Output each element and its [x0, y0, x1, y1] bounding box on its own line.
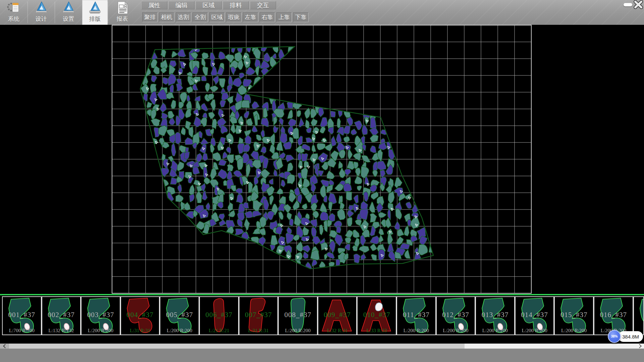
chevron-right-icon: [637, 344, 642, 348]
gear-pad-icon: [7, 1, 21, 15]
piece-lr-values: L:33 R:33: [358, 328, 396, 334]
set-square-icon: [61, 1, 75, 15]
menu-button-nesting[interactable]: 排料: [223, 1, 249, 9]
app-button-label: 系统: [8, 16, 19, 22]
thumbnail-cell-010_#37[interactable]: 010_#37L:33 R:33: [357, 296, 396, 335]
minimize-button[interactable]: [624, 3, 632, 6]
piece-lr-values: L:21 R:21: [200, 328, 238, 334]
tool-button-align-left[interactable]: 左靠: [243, 12, 258, 22]
thumbnail-cell-011_#37[interactable]: 011_#37L:200 R:200: [396, 296, 436, 335]
thumbnail-cell-001_#37[interactable]: 001_#37L:700 R:700: [2, 296, 42, 335]
memory-percent-badge: 38%: [608, 330, 621, 343]
thumbnail-cell-006_#37[interactable]: 006_#37L:21 R:21: [199, 296, 239, 335]
piece-label: 005_#37: [160, 311, 199, 319]
chevron-left-icon: [3, 344, 7, 348]
piece-label: 008_#37: [279, 311, 317, 319]
app-button-label: 排版: [89, 16, 101, 22]
thumbnail-cell-009_#37[interactable]: 009_#37L:32 R:31: [318, 296, 357, 335]
report-icon: [115, 1, 129, 15]
set-square-icon: [88, 1, 102, 15]
tool-button-align-bottom[interactable]: 下靠: [293, 12, 309, 22]
thumbnail-cell-003_#37[interactable]: 003_#37L:200 R:200: [81, 296, 120, 335]
piece-lr-values: L:200 R:200: [160, 328, 199, 334]
piece-label: 001_#37: [3, 311, 41, 319]
toolbar: 系统设计设置排版报表 属性编辑区域排料交互 聚排相机选割全割区域瑕疵左靠右靠上靠…: [0, 0, 644, 25]
tool-button-align-right[interactable]: 右靠: [260, 12, 275, 22]
nesting-canvas[interactable]: [0, 25, 644, 294]
thumbnail-cell-012_#37[interactable]: 012_#37L:200 R:200: [436, 296, 476, 335]
piece-label: 003_#37: [82, 311, 120, 319]
piece-label: 006_#37: [200, 311, 238, 319]
set-square-icon: [34, 1, 48, 15]
app-button-settings[interactable]: 设置: [55, 0, 82, 25]
app-button-label: 设计: [36, 16, 47, 22]
piece-label: 009_#37: [318, 311, 357, 319]
memory-usage-pill: 384.8M: [618, 331, 643, 342]
piece-label: 004_#37: [121, 311, 159, 319]
thumbnail-cell-015_#37[interactable]: 015_#37L:200 R:200: [554, 296, 594, 335]
thumbnail-cell-005_#37[interactable]: 005_#37L:200 R:200: [160, 296, 199, 335]
tool-button-select-cut[interactable]: 选割: [176, 12, 191, 22]
piece-lr-values: L:200 R:200: [555, 328, 593, 334]
piece-lr-values: L:132 R:132: [42, 328, 80, 334]
scroll-right-button[interactable]: [637, 344, 643, 349]
close-button[interactable]: [633, 0, 644, 9]
tool-button-cluster-nest[interactable]: 聚排: [142, 12, 158, 22]
tool-button-cut-all[interactable]: 全割: [193, 12, 208, 22]
thumbnail-cell-partial[interactable]: [633, 296, 644, 335]
thumbnail-cell-004_#37[interactable]: 004_#37L:31 R:31: [120, 296, 160, 335]
leather-hide-pieces: [141, 42, 432, 273]
piece-label: 002_#37: [42, 311, 80, 319]
app-button-system[interactable]: 系统: [0, 0, 28, 25]
thumbnail-cell-007_#37[interactable]: 007_#37L:31 R:31: [239, 296, 278, 335]
piece-lr-values: L:200 R:200: [516, 328, 554, 334]
memory-percent-value: 38%: [611, 335, 618, 338]
menu-button-region[interactable]: 区域: [196, 1, 222, 9]
app-button-label: 报表: [117, 16, 128, 22]
pieces-strip: 001_#37L:700 R:700002_#37L:132 R:132003_…: [0, 295, 644, 336]
memory-usage-value: 384.8M: [622, 334, 639, 340]
piece-lr-values: L:200 R:200: [279, 328, 317, 334]
scrollbar-thumb[interactable]: [9, 344, 465, 349]
piece-thumbnail-shape: [634, 297, 643, 335]
tool-button-align-top[interactable]: 上靠: [276, 12, 292, 22]
tool-button-region-2[interactable]: 区域: [209, 12, 225, 22]
menu-button-interact[interactable]: 交互: [250, 1, 276, 9]
piece-lr-values: L:700 R:700: [3, 328, 41, 334]
app-button-layout[interactable]: 排版: [82, 0, 108, 25]
piece-lr-values: L:31 R:31: [239, 328, 278, 334]
menu-button-edit[interactable]: 编辑: [168, 1, 195, 9]
app-button-report[interactable]: 报表: [108, 0, 137, 25]
thumbnail-cell-013_#37[interactable]: 013_#37L:200 R:200: [475, 296, 515, 335]
thumbnail-cell-016_#37[interactable]: 016_#37L:200 R:200: [594, 296, 633, 335]
piece-label: 016_#37: [594, 311, 633, 319]
piece-lr-values: L:200 R:200: [397, 328, 435, 334]
piece-label: 014_#37: [516, 311, 554, 319]
horizontal-scrollbar[interactable]: [0, 344, 644, 349]
piece-lr-values: L:32 R:31: [318, 328, 357, 334]
thumbnail-cell-014_#37[interactable]: 014_#37L:200 R:200: [515, 296, 554, 335]
piece-label: 013_#37: [476, 311, 514, 319]
tool-button-defect[interactable]: 瑕疵: [226, 12, 241, 22]
thumbnail-cell-008_#37[interactable]: 008_#37L:200 R:200: [278, 296, 318, 335]
piece-label: 011_#37: [397, 311, 435, 319]
scroll-left-button[interactable]: [0, 344, 9, 349]
thumbnail-cell-002_#37[interactable]: 002_#37L:132 R:132: [42, 296, 81, 335]
piece-lr-values: L:200 R:200: [82, 328, 120, 334]
menu-button-attribute[interactable]: 属性: [141, 1, 167, 9]
piece-label: 012_#37: [437, 311, 475, 319]
app-button-design[interactable]: 设计: [28, 0, 55, 25]
piece-lr-values: L:200 R:200: [476, 328, 514, 334]
piece-lr-values: L:200 R:200: [437, 328, 475, 334]
piece-label: 010_#37: [358, 311, 396, 319]
piece-label: 007_#37: [239, 311, 278, 319]
piece-lr-values: L:31 R:31: [121, 328, 159, 334]
app-button-label: 设置: [63, 16, 74, 22]
piece-label: 015_#37: [555, 311, 593, 319]
status-bar: [0, 349, 644, 362]
tool-button-camera[interactable]: 相机: [159, 12, 174, 22]
